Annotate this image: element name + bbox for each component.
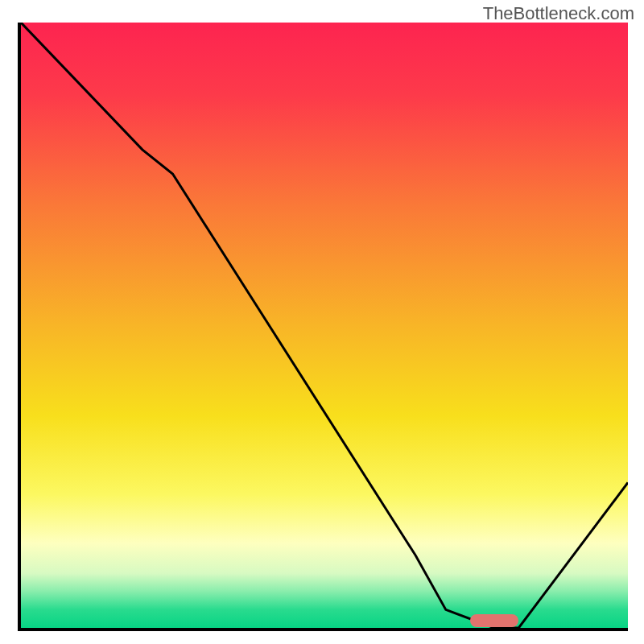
- bottleneck-curve: [21, 23, 628, 628]
- optimal-range-marker: [470, 614, 518, 627]
- watermark-text: TheBottleneck.com: [483, 3, 634, 24]
- chart-container: TheBottleneck.com: [0, 0, 644, 644]
- plot-area: [18, 23, 628, 631]
